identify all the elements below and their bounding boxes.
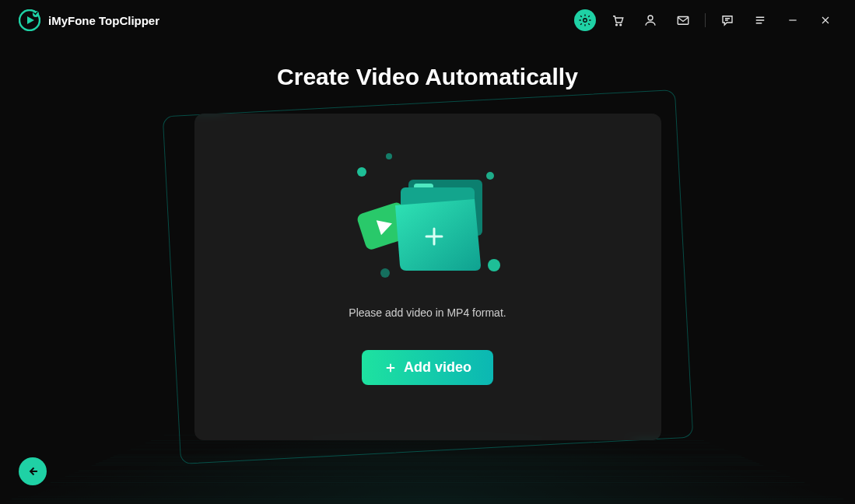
close-button[interactable] [815,9,836,31]
back-arrow-icon [26,464,40,478]
svg-point-9 [386,153,392,159]
settings-icon [578,13,592,27]
page-title: Create Video Automatically [277,64,578,90]
settings-button[interactable] [574,9,596,31]
menu-icon [753,13,767,27]
brand-name: iMyFone TopClipper [48,14,159,27]
svg-point-10 [486,172,494,180]
dropzone-hint: Please add video in MP4 format. [349,306,506,319]
menu-button[interactable] [749,9,771,31]
add-video-button[interactable]: Add video [362,350,493,385]
plus-icon [384,361,398,375]
feedback-button[interactable] [717,9,738,31]
brand-logo-icon [19,9,40,31]
add-video-label: Add video [404,359,471,376]
minimize-button[interactable] [782,9,804,31]
svg-point-12 [380,268,390,278]
svg-marker-1 [27,16,34,24]
back-button[interactable] [19,457,47,485]
close-icon [819,14,832,26]
svg-point-6 [648,16,653,20]
svg-rect-7 [678,17,689,25]
user-button[interactable] [639,9,661,31]
svg-point-3 [583,19,587,23]
user-icon [643,13,657,27]
background-waves [0,433,855,504]
titlebar: iMyFone TopClipper [0,0,855,40]
cart-icon [611,13,625,27]
cart-button[interactable] [607,9,629,31]
minimize-icon [787,14,799,26]
brand: iMyFone TopClipper [19,9,159,31]
svg-point-8 [357,167,366,177]
dropzone-card[interactable]: Please add video in MP4 format. Add vide… [194,114,661,440]
svg-point-5 [620,24,622,26]
folder-illustration [335,137,521,292]
header-divider [705,13,706,27]
header-actions [574,9,836,31]
mail-icon [676,13,690,27]
main-content: Create Video Automatically [0,40,855,440]
svg-point-4 [616,24,618,26]
dropzone-wrap: Please add video in MP4 format. Add vide… [194,114,661,440]
svg-point-11 [488,259,500,271]
feedback-icon [720,13,734,27]
mail-button[interactable] [672,9,694,31]
